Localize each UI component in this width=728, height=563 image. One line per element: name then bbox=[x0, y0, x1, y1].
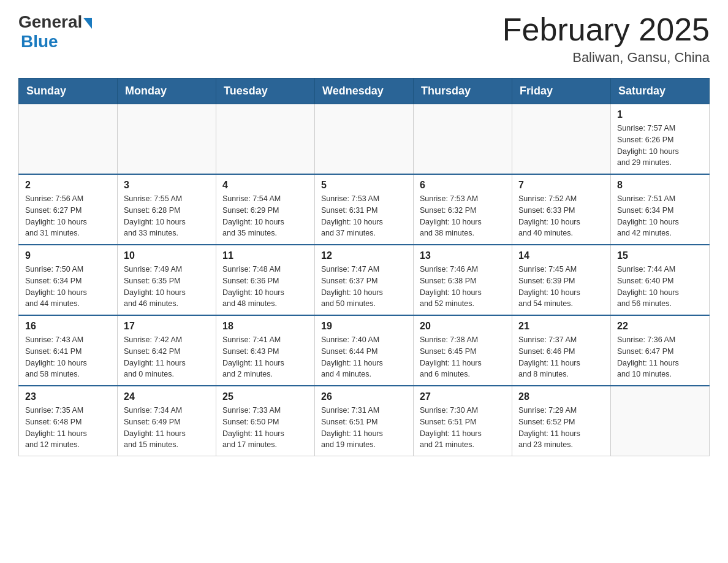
day-info: Sunrise: 7:31 AMSunset: 6:51 PMDaylight:… bbox=[321, 405, 407, 451]
location-title: Baliwan, Gansu, China bbox=[502, 50, 710, 66]
table-row bbox=[414, 104, 512, 175]
day-info: Sunrise: 7:43 AMSunset: 6:41 PMDaylight:… bbox=[25, 334, 111, 380]
day-number: 14 bbox=[518, 250, 604, 261]
day-number: 22 bbox=[617, 321, 703, 332]
col-header-tuesday: Tuesday bbox=[216, 79, 315, 104]
calendar-week-row: 23Sunrise: 7:35 AMSunset: 6:48 PMDayligh… bbox=[19, 386, 710, 456]
table-row bbox=[512, 104, 611, 175]
day-number: 24 bbox=[124, 391, 210, 402]
day-info: Sunrise: 7:57 AMSunset: 6:26 PMDaylight:… bbox=[617, 123, 703, 169]
day-number: 28 bbox=[518, 391, 604, 402]
day-number: 5 bbox=[321, 180, 407, 191]
day-number: 10 bbox=[124, 250, 210, 261]
day-number: 16 bbox=[25, 321, 111, 332]
table-row: 24Sunrise: 7:34 AMSunset: 6:49 PMDayligh… bbox=[118, 386, 216, 456]
table-row: 15Sunrise: 7:44 AMSunset: 6:40 PMDayligh… bbox=[611, 245, 710, 315]
day-info: Sunrise: 7:29 AMSunset: 6:52 PMDaylight:… bbox=[518, 405, 604, 451]
table-row: 11Sunrise: 7:48 AMSunset: 6:36 PMDayligh… bbox=[216, 245, 315, 315]
page-header: General Blue February 2025 Baliwan, Gans… bbox=[18, 12, 710, 66]
day-info: Sunrise: 7:44 AMSunset: 6:40 PMDaylight:… bbox=[617, 264, 703, 310]
day-number: 13 bbox=[420, 250, 506, 261]
day-info: Sunrise: 7:48 AMSunset: 6:36 PMDaylight:… bbox=[222, 264, 308, 310]
calendar-week-row: 16Sunrise: 7:43 AMSunset: 6:41 PMDayligh… bbox=[19, 315, 710, 386]
table-row: 3Sunrise: 7:55 AMSunset: 6:28 PMDaylight… bbox=[118, 174, 216, 245]
day-info: Sunrise: 7:36 AMSunset: 6:47 PMDaylight:… bbox=[617, 334, 703, 380]
table-row: 28Sunrise: 7:29 AMSunset: 6:52 PMDayligh… bbox=[512, 386, 611, 456]
day-number: 8 bbox=[617, 180, 703, 191]
col-header-thursday: Thursday bbox=[414, 79, 512, 104]
table-row: 5Sunrise: 7:53 AMSunset: 6:31 PMDaylight… bbox=[315, 174, 414, 245]
col-header-monday: Monday bbox=[118, 79, 216, 104]
calendar-table: Sunday Monday Tuesday Wednesday Thursday… bbox=[18, 78, 710, 456]
calendar-week-row: 2Sunrise: 7:56 AMSunset: 6:27 PMDaylight… bbox=[19, 174, 710, 245]
day-number: 11 bbox=[222, 250, 308, 261]
day-number: 23 bbox=[25, 391, 111, 402]
col-header-wednesday: Wednesday bbox=[315, 79, 414, 104]
day-info: Sunrise: 7:53 AMSunset: 6:31 PMDaylight:… bbox=[321, 193, 407, 239]
day-info: Sunrise: 7:38 AMSunset: 6:45 PMDaylight:… bbox=[420, 334, 506, 380]
day-number: 7 bbox=[518, 180, 604, 191]
table-row: 27Sunrise: 7:30 AMSunset: 6:51 PMDayligh… bbox=[414, 386, 512, 456]
table-row: 8Sunrise: 7:51 AMSunset: 6:34 PMDaylight… bbox=[611, 174, 710, 245]
table-row: 9Sunrise: 7:50 AMSunset: 6:34 PMDaylight… bbox=[19, 245, 118, 315]
day-info: Sunrise: 7:52 AMSunset: 6:33 PMDaylight:… bbox=[518, 193, 604, 239]
table-row: 16Sunrise: 7:43 AMSunset: 6:41 PMDayligh… bbox=[19, 315, 118, 386]
calendar-header-row: Sunday Monday Tuesday Wednesday Thursday… bbox=[19, 79, 710, 104]
day-number: 2 bbox=[25, 180, 111, 191]
day-info: Sunrise: 7:45 AMSunset: 6:39 PMDaylight:… bbox=[518, 264, 604, 310]
day-info: Sunrise: 7:55 AMSunset: 6:28 PMDaylight:… bbox=[124, 193, 210, 239]
day-info: Sunrise: 7:54 AMSunset: 6:29 PMDaylight:… bbox=[222, 193, 308, 239]
day-info: Sunrise: 7:34 AMSunset: 6:49 PMDaylight:… bbox=[124, 405, 210, 451]
day-number: 15 bbox=[617, 250, 703, 261]
logo-arrow-icon bbox=[83, 18, 92, 29]
table-row: 26Sunrise: 7:31 AMSunset: 6:51 PMDayligh… bbox=[315, 386, 414, 456]
day-info: Sunrise: 7:50 AMSunset: 6:34 PMDaylight:… bbox=[25, 264, 111, 310]
day-number: 1 bbox=[617, 109, 703, 120]
day-number: 26 bbox=[321, 391, 407, 402]
day-number: 27 bbox=[420, 391, 506, 402]
day-info: Sunrise: 7:41 AMSunset: 6:43 PMDaylight:… bbox=[222, 334, 308, 380]
day-number: 17 bbox=[124, 321, 210, 332]
day-number: 20 bbox=[420, 321, 506, 332]
table-row bbox=[611, 386, 710, 456]
day-number: 18 bbox=[222, 321, 308, 332]
day-info: Sunrise: 7:42 AMSunset: 6:42 PMDaylight:… bbox=[124, 334, 210, 380]
table-row: 2Sunrise: 7:56 AMSunset: 6:27 PMDaylight… bbox=[19, 174, 118, 245]
table-row: 25Sunrise: 7:33 AMSunset: 6:50 PMDayligh… bbox=[216, 386, 315, 456]
table-row: 4Sunrise: 7:54 AMSunset: 6:29 PMDaylight… bbox=[216, 174, 315, 245]
table-row: 20Sunrise: 7:38 AMSunset: 6:45 PMDayligh… bbox=[414, 315, 512, 386]
table-row bbox=[118, 104, 216, 175]
table-row: 18Sunrise: 7:41 AMSunset: 6:43 PMDayligh… bbox=[216, 315, 315, 386]
day-number: 21 bbox=[518, 321, 604, 332]
table-row bbox=[315, 104, 414, 175]
day-info: Sunrise: 7:35 AMSunset: 6:48 PMDaylight:… bbox=[25, 405, 111, 451]
day-info: Sunrise: 7:40 AMSunset: 6:44 PMDaylight:… bbox=[321, 334, 407, 380]
day-number: 3 bbox=[124, 180, 210, 191]
day-number: 6 bbox=[420, 180, 506, 191]
day-info: Sunrise: 7:30 AMSunset: 6:51 PMDaylight:… bbox=[420, 405, 506, 451]
day-number: 4 bbox=[222, 180, 308, 191]
col-header-saturday: Saturday bbox=[611, 79, 710, 104]
table-row: 12Sunrise: 7:47 AMSunset: 6:37 PMDayligh… bbox=[315, 245, 414, 315]
table-row: 10Sunrise: 7:49 AMSunset: 6:35 PMDayligh… bbox=[118, 245, 216, 315]
day-info: Sunrise: 7:51 AMSunset: 6:34 PMDaylight:… bbox=[617, 193, 703, 239]
table-row: 22Sunrise: 7:36 AMSunset: 6:47 PMDayligh… bbox=[611, 315, 710, 386]
day-number: 25 bbox=[222, 391, 308, 402]
logo-blue-text: Blue bbox=[21, 32, 58, 52]
calendar-week-row: 9Sunrise: 7:50 AMSunset: 6:34 PMDaylight… bbox=[19, 245, 710, 315]
day-info: Sunrise: 7:47 AMSunset: 6:37 PMDaylight:… bbox=[321, 264, 407, 310]
logo-general-text: General bbox=[18, 12, 82, 32]
day-info: Sunrise: 7:33 AMSunset: 6:50 PMDaylight:… bbox=[222, 405, 308, 451]
day-number: 19 bbox=[321, 321, 407, 332]
table-row: 7Sunrise: 7:52 AMSunset: 6:33 PMDaylight… bbox=[512, 174, 611, 245]
table-row: 6Sunrise: 7:53 AMSunset: 6:32 PMDaylight… bbox=[414, 174, 512, 245]
table-row: 19Sunrise: 7:40 AMSunset: 6:44 PMDayligh… bbox=[315, 315, 414, 386]
col-header-friday: Friday bbox=[512, 79, 611, 104]
table-row: 1Sunrise: 7:57 AMSunset: 6:26 PMDaylight… bbox=[611, 104, 710, 175]
day-number: 9 bbox=[25, 250, 111, 261]
day-info: Sunrise: 7:37 AMSunset: 6:46 PMDaylight:… bbox=[518, 334, 604, 380]
title-section: February 2025 Baliwan, Gansu, China bbox=[502, 12, 710, 66]
col-header-sunday: Sunday bbox=[19, 79, 118, 104]
day-number: 12 bbox=[321, 250, 407, 261]
calendar-week-row: 1Sunrise: 7:57 AMSunset: 6:26 PMDaylight… bbox=[19, 104, 710, 175]
